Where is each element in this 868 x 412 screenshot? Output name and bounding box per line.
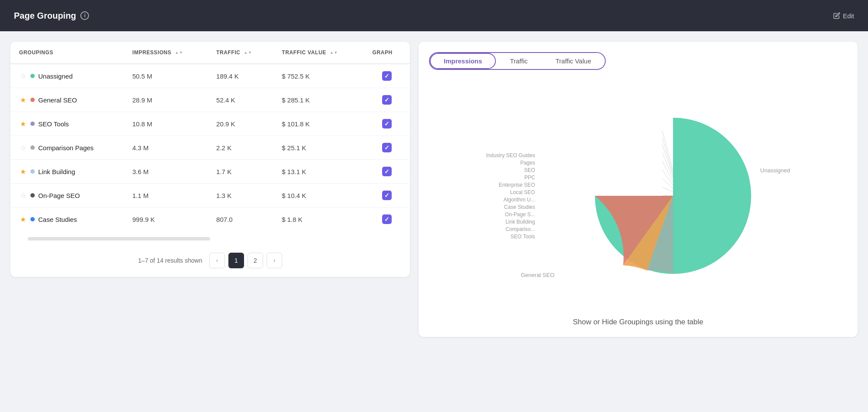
checkbox-checked-5[interactable]	[382, 167, 392, 176]
dot-4	[30, 145, 35, 150]
sort-arrows-traffic-value: ▲▼	[330, 51, 338, 55]
pagination-next[interactable]: ›	[267, 253, 282, 268]
star-icon-5[interactable]: ★	[19, 168, 27, 176]
traffic-value-1: $ 752.5 K	[273, 64, 364, 88]
table-row: ★ Case Studies 999.9 K 807.0 $ 1.8 K	[10, 208, 410, 231]
traffic-6: 1.3 K	[208, 184, 273, 208]
tab-traffic[interactable]: Traffic	[496, 53, 541, 69]
star-icon-3[interactable]: ★	[19, 120, 27, 128]
header: Page Grouping i Edit	[0, 0, 868, 31]
table-header-row: GROUPINGS IMPRESSIONS ▲▼ TRAFFIC ▲▼ TRAF…	[10, 42, 410, 64]
pagination-prev[interactable]: ‹	[209, 253, 225, 268]
table-row: ★ SEO Tools 10.8 M 20.9 K $ 101.8 K	[10, 112, 410, 136]
chart-area: Industry SEO Guides Pages SEO PPC Enterp…	[429, 80, 847, 311]
edit-label: Edit	[843, 12, 854, 20]
traffic-2: 52.4 K	[208, 88, 273, 112]
graph-cell-2	[364, 88, 410, 112]
impressions-6: 1.1 M	[124, 184, 208, 208]
info-icon[interactable]: i	[80, 11, 89, 20]
label-general-seo-bottom: General SEO	[521, 272, 554, 278]
grouping-cell-2: ★ General SEO	[10, 88, 124, 112]
grouping-name-4: Comparison Pages	[38, 144, 94, 152]
table-row: ★ General SEO 28.9 M 52.4 K $ 285.1 K	[10, 88, 410, 112]
star-icon-4[interactable]: ☆	[19, 144, 27, 152]
impressions-3: 10.8 M	[124, 112, 208, 136]
col-traffic[interactable]: TRAFFIC ▲▼	[208, 42, 273, 64]
grouping-cell-3: ★ SEO Tools	[10, 112, 124, 136]
col-impressions[interactable]: IMPRESSIONS ▲▼	[124, 42, 208, 64]
table-row: ☆ On-Page SEO 1.1 M 1.3 K $ 10.4 K	[10, 184, 410, 208]
grouping-name-2: General SEO	[38, 96, 77, 104]
label-case-studies: Case Studies	[486, 204, 535, 210]
col-groupings: GROUPINGS	[10, 42, 124, 64]
page-wrapper: Page Grouping i Edit GROUPINGS IMPR	[0, 0, 868, 347]
label-compariso: Compariso...	[486, 226, 535, 232]
chart-tabs: Impressions Traffic Traffic Value	[429, 52, 606, 70]
edit-button[interactable]: Edit	[833, 12, 854, 20]
impressions-7: 999.9 K	[124, 208, 208, 231]
traffic-value-4: $ 25.1 K	[273, 136, 364, 160]
grouping-name-3: SEO Tools	[38, 120, 69, 128]
dot-3	[30, 122, 35, 126]
grouping-cell-1: ☆ Unassigned	[10, 64, 124, 88]
star-icon-6[interactable]: ☆	[19, 191, 27, 200]
table-row: ★ Link Building 3.6 M 1.7 K $ 13.1 K	[10, 160, 410, 184]
traffic-5: 1.7 K	[208, 160, 273, 184]
graph-cell-7	[364, 208, 410, 231]
impressions-4: 4.3 M	[124, 136, 208, 160]
table-body: ☆ Unassigned 50.5 M 189.4 K $ 752.5 K ★ …	[10, 64, 410, 231]
pagination-summary: 1–7 of 14 results shown	[138, 257, 202, 264]
grouping-name-5: Link Building	[38, 168, 75, 175]
sort-arrows-traffic: ▲▼	[244, 51, 252, 55]
traffic-4: 2.2 K	[208, 136, 273, 160]
grouping-cell-5: ★ Link Building	[10, 160, 124, 184]
label-algorithm-u: Algorithm U...	[486, 196, 535, 202]
header-left: Page Grouping i	[14, 11, 89, 21]
star-icon-7[interactable]: ★	[19, 215, 27, 224]
grouping-name-1: Unassigned	[38, 73, 73, 80]
edit-icon	[833, 12, 840, 19]
pie-chart-container: Industry SEO Guides Pages SEO PPC Enterp…	[486, 100, 790, 291]
col-graph: GRAPH	[364, 42, 410, 64]
checkbox-checked-4[interactable]	[382, 143, 392, 152]
tab-impressions[interactable]: Impressions	[430, 53, 496, 69]
pie-chart-svg	[582, 105, 764, 287]
table-section: GROUPINGS IMPRESSIONS ▲▼ TRAFFIC ▲▼ TRAF…	[10, 42, 410, 277]
traffic-value-2: $ 285.1 K	[273, 88, 364, 112]
checkbox-checked-3[interactable]	[382, 119, 392, 129]
grouping-name-6: On-Page SEO	[38, 192, 80, 199]
checkbox-checked-2[interactable]	[382, 95, 392, 105]
traffic-7: 807.0	[208, 208, 273, 231]
main-content: GROUPINGS IMPRESSIONS ▲▼ TRAFFIC ▲▼ TRAF…	[0, 31, 868, 347]
scroll-indicator[interactable]	[28, 237, 210, 241]
label-seo: SEO	[486, 167, 535, 173]
traffic-value-3: $ 101.8 K	[273, 112, 364, 136]
label-industry-seo-guides: Industry SEO Guides	[486, 152, 535, 158]
dot-2	[30, 98, 35, 102]
label-unassigned-right: Unassigned	[760, 167, 790, 174]
pagination-page-1[interactable]: 1	[228, 253, 244, 268]
traffic-value-7: $ 1.8 K	[273, 208, 364, 231]
checkbox-checked-1[interactable]	[382, 71, 392, 81]
checkbox-checked-6[interactable]	[382, 191, 392, 200]
checkbox-checked-7[interactable]	[382, 214, 392, 224]
grouping-cell-7: ★ Case Studies	[10, 208, 124, 231]
chart-section: Impressions Traffic Traffic Value Indust…	[419, 42, 858, 337]
label-local-seo: Local SEO	[486, 189, 535, 195]
grouping-cell-6: ☆ On-Page SEO	[10, 184, 124, 208]
label-link-building: Link Building	[486, 218, 535, 224]
grouping-name-7: Case Studies	[38, 216, 77, 223]
traffic-value-5: $ 13.1 K	[273, 160, 364, 184]
graph-cell-4	[364, 136, 410, 160]
traffic-value-6: $ 10.4 K	[273, 184, 364, 208]
col-traffic-value[interactable]: TRAFFIC VALUE ▲▼	[273, 42, 364, 64]
page-title: Page Grouping	[14, 11, 76, 21]
star-icon-2[interactable]: ★	[19, 96, 27, 104]
graph-cell-3	[364, 112, 410, 136]
label-ppc: PPC	[486, 174, 535, 180]
table-row: ☆ Comparison Pages 4.3 M 2.2 K $ 25.1 K	[10, 136, 410, 160]
tab-traffic-value[interactable]: Traffic Value	[541, 53, 605, 69]
pagination-page-2[interactable]: 2	[248, 253, 263, 268]
star-icon-1[interactable]: ☆	[19, 72, 27, 80]
graph-cell-1	[364, 64, 410, 88]
